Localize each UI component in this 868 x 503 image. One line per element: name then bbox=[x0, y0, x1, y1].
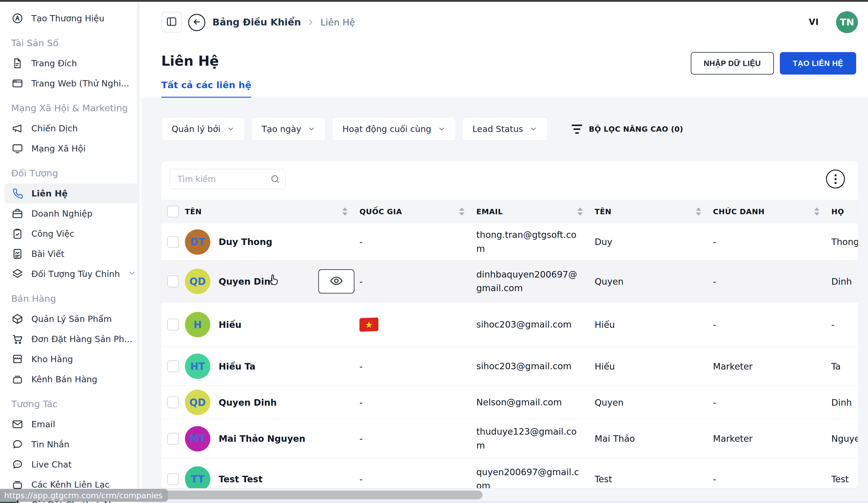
sidebar-item-i-t-ng-t-y-ch-nh[interactable]: Đối Tượng Tùy Chỉnh bbox=[0, 264, 142, 284]
name-cell[interactable]: HHiếu bbox=[185, 312, 360, 337]
back-button[interactable] bbox=[188, 14, 205, 31]
name-cell[interactable]: HTHiếu Ta bbox=[185, 353, 360, 379]
sidebar-item-email[interactable]: Email bbox=[0, 414, 142, 434]
column-header-2[interactable]: EMAIL bbox=[476, 207, 595, 216]
select-all-checkbox[interactable] bbox=[167, 206, 179, 217]
sidebar-item-doanh-nghi-p[interactable]: Doanh Nghiệp bbox=[0, 204, 142, 224]
language-selector[interactable]: VI bbox=[809, 17, 819, 27]
last-name-cell: Dinh bbox=[831, 397, 858, 408]
table-row[interactable]: DTDuy Thong-thong.tran@gtgsoft.comDuy-Th… bbox=[161, 223, 858, 261]
sort-icon[interactable] bbox=[342, 207, 348, 216]
name-cell[interactable]: TTTest Test bbox=[185, 466, 360, 488]
sidebar-item-label: Live Chat bbox=[31, 460, 72, 470]
column-header-label: TÊN bbox=[185, 207, 202, 216]
sidebar-item-c-ng-vi-c[interactable]: Công Việc bbox=[0, 224, 142, 244]
sort-icon[interactable] bbox=[814, 207, 819, 216]
job-title-value: - bbox=[713, 474, 716, 484]
row-checkbox[interactable] bbox=[167, 433, 179, 445]
sort-icon[interactable] bbox=[459, 207, 464, 216]
table-row[interactable]: QDQuyen Dinh-Nelson@gmail.comQuyen-Dinh bbox=[161, 386, 858, 419]
row-checkbox[interactable] bbox=[167, 360, 179, 372]
sidebar-item-live-chat[interactable]: Live Chat bbox=[0, 454, 142, 475]
sidebar-item-label: Đơn Đặt Hàng Sản Ph... bbox=[31, 334, 133, 344]
sidebar-item-b-i-vi-t[interactable]: Bài Viết bbox=[0, 244, 142, 264]
contact-name[interactable]: Quyen Dinh bbox=[219, 276, 277, 287]
row-checkbox[interactable] bbox=[167, 236, 179, 248]
sidebar-item-label: Công Việc bbox=[31, 229, 74, 239]
filter-chip-label: Hoạt động cuối cùng bbox=[342, 124, 431, 134]
row-checkbox[interactable] bbox=[167, 473, 179, 485]
page-actions: NHẬP DỮ LIỆU TẠO LIÊN HỆ bbox=[691, 52, 856, 74]
row-checkbox[interactable] bbox=[167, 276, 179, 287]
first-name-value: Quyen bbox=[595, 276, 624, 287]
column-header-0[interactable]: TÊN bbox=[185, 207, 360, 216]
table-row[interactable]: QDQuyen Dinh-dinhbaquyen200697@gmail.com… bbox=[161, 261, 858, 302]
create-contact-button[interactable]: TẠO LIÊN HỆ bbox=[780, 52, 856, 74]
sidebar-toggle-button[interactable] bbox=[161, 12, 182, 32]
last-name-value: Dinh bbox=[831, 276, 852, 287]
filter-chip-3[interactable]: Lead Status bbox=[462, 117, 548, 141]
chevron-down-icon bbox=[127, 269, 136, 280]
sidebar-item-li-n-h[interactable]: Liên Hệ bbox=[4, 183, 137, 204]
column-header-label: EMAIL bbox=[476, 207, 503, 216]
last-name-cell: Nguyen bbox=[831, 433, 858, 444]
sidebar-item-trang-ch[interactable]: Trang Đích bbox=[0, 53, 142, 73]
sidebar-item-t-o-th-ng-hi-u[interactable]: Tạo Thương Hiệu bbox=[0, 8, 142, 28]
contact-name[interactable]: Duy Thong bbox=[219, 237, 272, 247]
table-row[interactable]: HHiếu★sihoc203@gmail.comHiếu-- bbox=[161, 302, 858, 347]
sidebar-scrollbar[interactable] bbox=[137, 2, 140, 503]
sort-icon[interactable] bbox=[578, 207, 583, 216]
name-cell[interactable]: MTMai Thảo Nguyen bbox=[185, 426, 360, 452]
name-cell[interactable]: DTDuy Thong bbox=[185, 229, 360, 255]
sidebar-item-chi-n-d-ch[interactable]: Chiến Dịch bbox=[0, 119, 142, 138]
sidebar-item-n-t-h-ng-s-n-ph[interactable]: Đơn Đặt Hàng Sản Ph... bbox=[0, 329, 142, 349]
table-row[interactable]: HTHiếu Ta-sihoc203@gmail.comHiếuMarketer… bbox=[161, 347, 858, 386]
horizontal-scrollbar[interactable] bbox=[161, 491, 483, 500]
import-data-button[interactable]: NHẬP DỮ LIỆU bbox=[691, 52, 774, 74]
sidebar-item-tin-nh-n[interactable]: Tin Nhắn bbox=[0, 434, 142, 454]
sidebar-item-k-nh-b-n-h-ng[interactable]: Kênh Bán Hàng bbox=[0, 369, 142, 389]
column-header-5[interactable]: HỌ bbox=[831, 207, 858, 216]
filter-chip-2[interactable]: Hoạt động cuối cùng bbox=[332, 117, 456, 141]
user-avatar[interactable]: TN bbox=[836, 11, 858, 33]
email-cell: sihoc203@gmail.com bbox=[476, 318, 595, 332]
table-options-button[interactable] bbox=[826, 170, 845, 188]
contact-name[interactable]: Quyen Dinh bbox=[219, 397, 277, 408]
sort-icon[interactable] bbox=[696, 207, 701, 216]
column-header-label: QUỐC GIA bbox=[360, 207, 402, 216]
column-header-label: HỌ bbox=[831, 207, 844, 216]
filter-chip-0[interactable]: Quản lý bởi bbox=[161, 117, 245, 141]
contact-name[interactable]: Hiếu bbox=[219, 320, 241, 330]
tab-all-contacts[interactable]: Tất cả các liên hệ bbox=[161, 80, 251, 98]
search-input[interactable] bbox=[169, 169, 286, 189]
avatar: QD bbox=[185, 390, 210, 415]
table-row[interactable]: TTTest Test-quyen200697@gmail.comTest-Te… bbox=[161, 458, 858, 488]
contact-name[interactable]: Hiếu Ta bbox=[219, 361, 255, 372]
table-row[interactable]: MTMai Thảo Nguyen-thuduye123@gmail.comMa… bbox=[161, 419, 858, 458]
row-checkbox[interactable] bbox=[167, 397, 179, 408]
sidebar-item-kho-h-ng[interactable]: Kho Hàng bbox=[0, 349, 142, 369]
email-cell: sihoc203@gmail.com bbox=[476, 359, 595, 373]
row-checkbox[interactable] bbox=[167, 319, 179, 330]
last-name-cell: Dinh bbox=[831, 276, 858, 287]
last-name-value: Ta bbox=[831, 361, 841, 372]
column-header-1[interactable]: QUỐC GIA bbox=[360, 207, 476, 216]
filter-chip-1[interactable]: Tạo ngày bbox=[251, 117, 326, 141]
name-cell[interactable]: QDQuyen Dinh bbox=[185, 390, 360, 415]
monitor-icon bbox=[11, 142, 24, 155]
column-header-3[interactable]: TÊN bbox=[595, 207, 713, 216]
sidebar-item-trang-web-th-nghi[interactable]: Trang Web (Thử Nghi... bbox=[0, 73, 142, 93]
country-value: - bbox=[360, 276, 363, 287]
sidebar-item-m-ng-x-h-i[interactable]: Mạng Xã Hội bbox=[0, 138, 142, 158]
sidebar-item-label: Quản Lý Sản Phẩm bbox=[31, 314, 112, 324]
contact-name[interactable]: Test Test bbox=[219, 474, 263, 484]
job-title-value: Marketer bbox=[713, 361, 753, 372]
breadcrumb-root[interactable]: Bảng Điều Khiển bbox=[213, 17, 301, 28]
sidebar-item-c-i-t-chatbot-ai[interactable]: Cài Đặt Chatbot AI bbox=[0, 495, 142, 503]
vietnam-flag-icon: ★ bbox=[360, 318, 379, 332]
contact-name[interactable]: Mai Thảo Nguyen bbox=[219, 433, 305, 444]
sidebar-item-qu-n-l-s-n-ph-m[interactable]: Quản Lý Sản Phẩm bbox=[0, 309, 142, 329]
preview-contact-button[interactable] bbox=[318, 269, 354, 294]
column-header-4[interactable]: CHỨC DANH bbox=[713, 207, 831, 216]
advanced-filter-button[interactable]: BỘ LỌC NÂNG CAO (0) bbox=[571, 125, 683, 134]
